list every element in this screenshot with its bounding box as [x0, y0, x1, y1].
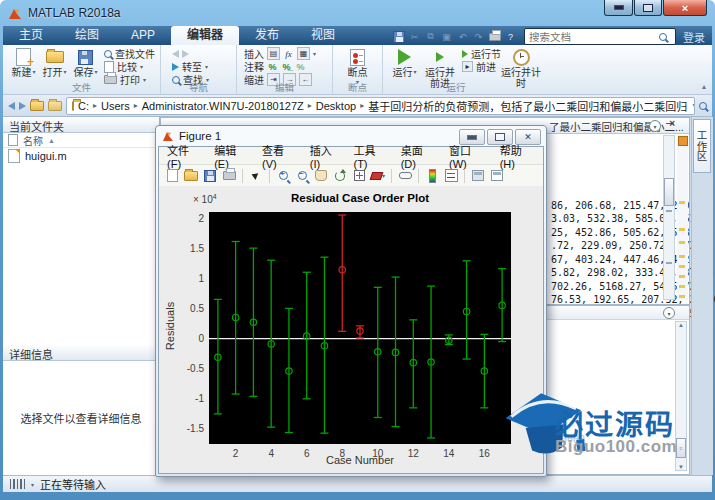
zoom-in-icon[interactable]: + [275, 168, 291, 183]
cut-icon[interactable]: ✂ [408, 30, 421, 43]
tab-plots[interactable]: 绘图 [59, 26, 115, 45]
print-figure-icon[interactable] [221, 168, 237, 183]
collapse-ribbon-icon[interactable]: ▴ [702, 82, 706, 91]
zoom-out-icon[interactable]: − [294, 168, 310, 183]
figure-menu-item[interactable]: 工具(T) [353, 142, 387, 170]
current-folder-header[interactable]: 当前文件夹 [3, 117, 159, 133]
breadcrumb-users[interactable]: Users [101, 100, 130, 112]
file-row-huigui[interactable]: huigui.m [3, 148, 159, 164]
path-dropdown-icon[interactable]: ▼ [691, 102, 695, 109]
breadcrumb-separator-icon: ▸ [134, 101, 138, 110]
brush-icon[interactable]: ▾ [370, 168, 386, 183]
comment-block-icon[interactable]: %̲ [281, 61, 292, 72]
status-dropdown-icon[interactable]: ▾ [31, 481, 34, 488]
link-plot-icon[interactable] [397, 168, 413, 183]
figure-menu-item[interactable]: 查看(V) [262, 142, 297, 170]
maximize-button[interactable] [634, 0, 662, 16]
run-section-button[interactable]: 运行节 [462, 48, 501, 59]
open-button[interactable]: 打开▾ [39, 47, 70, 78]
ribbon-tab-strip: 主页 绘图 APP 编辑器 发布 视图 ✂ ⧉ ▣ ↶ ↷ ? 登录 [3, 26, 712, 45]
workspace-tab[interactable]: 工作区 [693, 119, 711, 173]
tab-apps[interactable]: APP [115, 26, 171, 45]
nav-forward-icon[interactable] [19, 102, 26, 110]
goto-button[interactable]: 转至▾ [172, 61, 231, 72]
uncomment-icon[interactable]: % [295, 61, 306, 72]
figure-menu-item[interactable]: 帮助(H) [500, 142, 535, 170]
details-header[interactable]: 详细信息 [3, 345, 159, 361]
open-file-icon[interactable] [183, 168, 199, 183]
browse-folder-icon[interactable] [30, 101, 44, 111]
copy-icon[interactable]: ⧉ [424, 30, 437, 43]
insert-block-icon[interactable]: ▦ [297, 47, 310, 60]
editor-actions-icon[interactable]: ▾ [649, 120, 661, 132]
figure-menu-bar: 文件(F)编辑(E)查看(V)插入(I)工具(T)桌面(D)窗口(W)帮助(H) [159, 147, 543, 165]
figure-menu-item[interactable]: 编辑(E) [214, 142, 249, 170]
help-icon[interactable]: ? [504, 30, 517, 43]
code-analyzer-strip[interactable] [677, 135, 688, 300]
breadcrumb-project[interactable]: 基于回归分析的负荷预测，包括了最小二乘回归和偏最小二乘回归 [368, 98, 687, 114]
hide-plot-tools-icon[interactable] [470, 168, 486, 183]
up-folder-icon[interactable] [48, 101, 62, 111]
breadcrumb-admin[interactable]: Administrator.WIN7U-20180127Z [142, 100, 304, 112]
tab-view[interactable]: 视图 [295, 26, 351, 45]
print-icon[interactable] [488, 30, 501, 43]
svg-text:1.5: 1.5 [190, 243, 204, 254]
tab-publish[interactable]: 发布 [239, 26, 295, 45]
insert-section-icon[interactable]: ▤ [267, 47, 280, 60]
breadcrumb-desktop[interactable]: Desktop [316, 100, 356, 112]
busy-indicator-icon[interactable] [10, 479, 25, 489]
search-icon[interactable] [659, 33, 667, 41]
sign-in-link[interactable]: 登录 [679, 29, 709, 45]
minimize-button[interactable] [604, 0, 633, 16]
nav-back-icon[interactable] [8, 102, 15, 110]
insert-colorbar-icon[interactable] [424, 168, 440, 183]
data-cursor-icon[interactable] [351, 168, 367, 183]
compare-button[interactable]: 比较▾ [104, 61, 155, 72]
scroll-up-icon[interactable]: ▲ [676, 322, 686, 328]
residual-errorbar-plot[interactable]: 246810121416-1.5-1-0.500.511.52 [159, 186, 547, 476]
insert-dropdown-icon[interactable]: ▾ [313, 50, 316, 57]
figure-menu-item[interactable]: 桌面(D) [401, 142, 436, 170]
analyzer-status-icon[interactable] [678, 136, 688, 146]
edit-group: 插入 ▤ fx ▦ ▾ 注释 % %̲ % 缩进 ⇥ → ← [237, 45, 333, 94]
command-window-actions-icon[interactable]: ▾ [663, 307, 675, 319]
figure-client-area: 文件(F)编辑(E)查看(V)插入(I)工具(T)桌面(D)窗口(W)帮助(H)… [158, 146, 544, 474]
find-files-button[interactable]: 查找文件 [104, 48, 155, 59]
save-figure-icon[interactable] [202, 168, 218, 183]
figure-menu-item[interactable]: 窗口(W) [449, 142, 487, 170]
advance-button[interactable]: ▸ 前进 [462, 61, 501, 72]
show-plot-tools-icon[interactable] [489, 168, 505, 183]
new-figure-icon[interactable] [164, 168, 180, 183]
nav-history-arrows[interactable] [172, 48, 231, 59]
figure-menu-item[interactable]: 插入(I) [310, 142, 341, 170]
doc-search-input[interactable] [525, 31, 659, 43]
insert-legend-icon[interactable] [443, 168, 459, 183]
new-script-button[interactable]: + 新建▾ [8, 47, 39, 78]
paste-icon[interactable]: ▣ [440, 30, 453, 43]
figure-menu-item[interactable]: 文件(F) [167, 142, 201, 170]
tab-editor[interactable]: 编辑器 [171, 26, 239, 45]
editor-close-icon[interactable]: × [669, 118, 675, 129]
breadcrumb[interactable]: C: ▸ Users ▸ Administrator.WIN7U-2018012… [66, 97, 695, 115]
save-icon[interactable] [392, 30, 405, 43]
run-section-icon [462, 50, 468, 58]
run-button[interactable]: 运行▾ [388, 47, 421, 78]
save-button[interactable]: 保存▾ [70, 47, 101, 78]
rotate-3d-icon[interactable] [332, 168, 348, 183]
name-column-header[interactable]: 名称 ▲ [3, 133, 159, 148]
back-icon [172, 50, 179, 58]
undo-icon[interactable]: ↶ [456, 30, 469, 43]
address-search-icon[interactable] [699, 102, 707, 110]
pan-icon[interactable] [313, 168, 329, 183]
figure-toolbar: + − ▾ [159, 165, 543, 187]
redo-icon[interactable]: ↷ [472, 30, 485, 43]
editor-scrollbar[interactable] [663, 135, 675, 300]
figure-window[interactable]: Figure 1 ✕ 文件(F)编辑(E)查看(V)插入(I)工具(T)桌面(D… [155, 125, 547, 477]
insert-function-icon[interactable]: fx [283, 48, 294, 59]
title-bar[interactable]: MATLAB R2018a × [0, 0, 715, 26]
edit-plot-cursor-icon[interactable] [248, 168, 264, 183]
editor-scroll-thumb[interactable] [664, 178, 674, 206]
comment-icon[interactable]: % [267, 61, 278, 72]
tab-home[interactable]: 主页 [3, 26, 59, 45]
close-button[interactable]: × [663, 0, 707, 16]
